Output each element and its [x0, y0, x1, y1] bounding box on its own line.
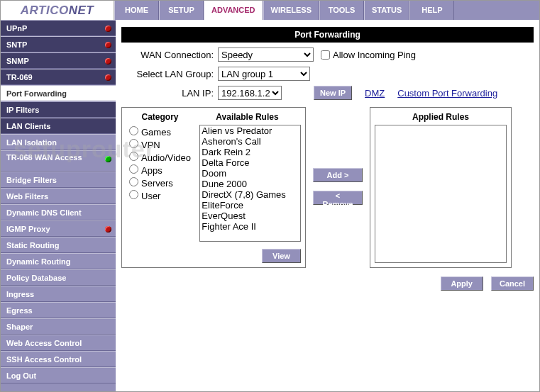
- lan-ip-select[interactable]: 192.168.1.2: [218, 86, 282, 100]
- category-radio-user[interactable]: User: [129, 190, 199, 201]
- category-radio-audio-video[interactable]: Audio/Video: [129, 152, 199, 163]
- sidebar-item-lan-isolation[interactable]: LAN Isolation: [1, 134, 116, 150]
- status-dot-icon: [105, 58, 111, 65]
- apply-button[interactable]: Apply: [441, 276, 483, 291]
- rule-item[interactable]: Dune 2000: [200, 179, 300, 189]
- status-dot-icon: [105, 74, 111, 81]
- sidebar-item-sntp[interactable]: SNTP: [1, 36, 116, 52]
- available-rules-heading: Available Rules: [194, 112, 301, 122]
- sidebar-item-upnp[interactable]: UPnP: [1, 20, 116, 36]
- rule-item[interactable]: Fighter Ace II: [200, 221, 300, 232]
- status-dot-icon: [105, 156, 111, 162]
- add-button[interactable]: Add >: [313, 168, 363, 182]
- category-radio-games[interactable]: Games: [129, 126, 199, 138]
- rule-item[interactable]: Asheron's Call: [200, 136, 300, 147]
- rule-item[interactable]: Dark Rein 2: [200, 147, 300, 157]
- category-radio-servers[interactable]: Servers: [129, 177, 199, 189]
- rule-item[interactable]: EverQuest: [200, 211, 300, 221]
- brand-logo: ARTICONET: [1, 1, 114, 20]
- topnav-tools[interactable]: TOOLS: [319, 1, 364, 20]
- sidebar-item-ingress[interactable]: Ingress: [1, 286, 116, 302]
- sidebar-item-bridge-filters[interactable]: Bridge Filters: [1, 172, 116, 188]
- allow-ping-checkbox[interactable]: [321, 50, 330, 60]
- sidebar-item-static-routing[interactable]: Static Routing: [1, 237, 116, 253]
- status-dot-icon: [105, 226, 111, 233]
- remove-button[interactable]: < Remove: [313, 191, 363, 205]
- topnav-help[interactable]: HELP: [409, 1, 454, 20]
- category-rules-panel: Category Available Rules GamesVPNAudio/V…: [121, 107, 306, 268]
- topnav-setup[interactable]: SETUP: [159, 1, 204, 20]
- category-radio-apps[interactable]: Apps: [129, 164, 199, 176]
- topnav-home[interactable]: HOME: [114, 1, 159, 20]
- sidebar-item-tr-069[interactable]: TR-069: [1, 69, 116, 85]
- rule-item[interactable]: DirectX (7,8) Games: [200, 189, 300, 200]
- topnav-advanced[interactable]: ADVANCED: [204, 1, 263, 20]
- dmz-link[interactable]: DMZ: [365, 88, 385, 99]
- applied-rules-panel: Applied Rules: [370, 107, 512, 268]
- sidebar-item-ssh-access-control[interactable]: SSH Access Control: [1, 351, 116, 367]
- page-title: Port Forwarding: [121, 27, 534, 43]
- cancel-button[interactable]: Cancel: [491, 276, 534, 291]
- wan-connection-select[interactable]: Speedy: [218, 47, 314, 62]
- sidebar-item-dynamic-dns-client[interactable]: Dynamic DNS Client: [1, 204, 116, 220]
- sidebar-item-igmp-proxy[interactable]: IGMP Proxy: [1, 220, 116, 237]
- custom-port-forwarding-link[interactable]: Custom Port Forwarding: [397, 88, 497, 99]
- rule-item[interactable]: Delta Force: [200, 157, 300, 168]
- category-heading: Category: [126, 112, 194, 122]
- allow-ping-label: Allow Incoming Ping: [333, 50, 416, 60]
- available-rules-list[interactable]: Alien vs PredatorAsheron's CallDark Rein…: [199, 125, 301, 242]
- sidebar-item-web-filters[interactable]: Web Filters: [1, 188, 116, 204]
- topnav-status[interactable]: STATUS: [364, 1, 409, 20]
- sidebar-item-ip-filters[interactable]: IP Filters: [1, 101, 116, 118]
- sidebar-item-policy-database[interactable]: Policy Database: [1, 269, 116, 286]
- sidebar-item-dynamic-routing[interactable]: Dynamic Routing: [1, 253, 116, 269]
- status-dot-icon: [105, 42, 111, 48]
- topnav-wireless[interactable]: WIRELESS: [263, 1, 319, 20]
- sidebar-item-shaper[interactable]: Shaper: [1, 318, 116, 335]
- sidebar-item-web-access-control[interactable]: Web Access Control: [1, 335, 116, 351]
- status-dot-icon: [105, 26, 111, 32]
- rule-item[interactable]: EliteForce: [200, 200, 300, 211]
- new-ip-button[interactable]: New IP: [314, 86, 352, 100]
- sidebar-item-log-out[interactable]: Log Out: [1, 367, 116, 383]
- sidebar-item-port-forwarding[interactable]: Port Forwarding: [1, 85, 116, 101]
- wan-label: WAN Connection:: [121, 50, 214, 60]
- rule-item[interactable]: Doom: [200, 168, 300, 179]
- applied-rules-list[interactable]: [375, 125, 507, 263]
- rule-item[interactable]: Alien vs Predator: [200, 125, 300, 136]
- lan-ip-label: LAN IP:: [121, 88, 214, 99]
- sidebar-item-snmp[interactable]: SNMP: [1, 52, 116, 69]
- category-radio-vpn[interactable]: VPN: [129, 139, 199, 150]
- sidebar-item-egress[interactable]: Egress: [1, 302, 116, 318]
- sidebar-item-tr-068-wan-access[interactable]: TR-068 WAN Access: [1, 150, 116, 172]
- lan-group-label: Select LAN Group:: [121, 69, 214, 79]
- sidebar-item-lan-clients[interactable]: LAN Clients: [1, 118, 116, 134]
- applied-rules-heading: Applied Rules: [375, 112, 507, 122]
- view-button[interactable]: View: [262, 249, 301, 263]
- lan-group-select[interactable]: LAN group 1: [218, 67, 310, 81]
